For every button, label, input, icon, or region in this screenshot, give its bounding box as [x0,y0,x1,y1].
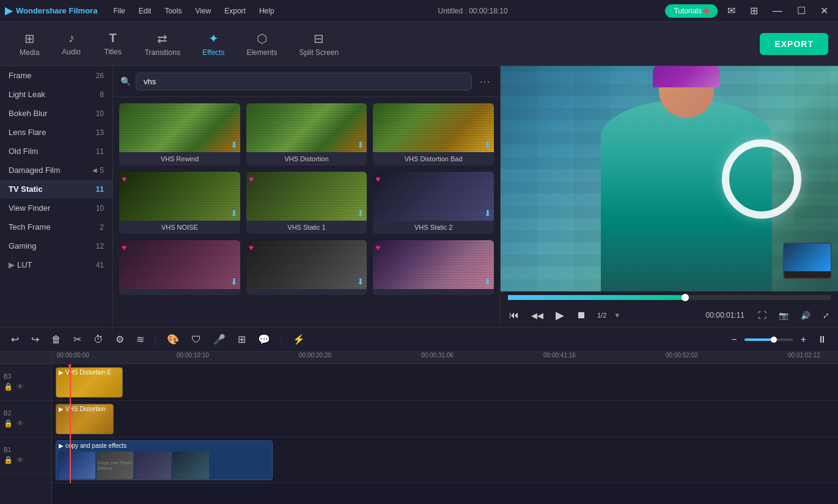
effect-card-row3-2[interactable]: ♥ ⬇ [246,240,367,295]
playhead [70,364,71,483]
zoom-bar[interactable] [744,338,793,341]
menu-tools[interactable]: Tools [158,4,188,18]
preview-background [501,66,838,291]
effect-card-vhs-distortion-bad[interactable]: ⬇ VHS Distortion Bad [373,103,494,166]
menu-view[interactable]: View [189,4,217,18]
preview-volume-button[interactable]: 🔊 [797,309,814,323]
panel-item-frame-label: Frame [9,71,32,80]
minimize-button[interactable]: — [768,3,787,19]
panel-item-frame[interactable]: Frame 26 [0,66,112,85]
heart-icon-vhs-static-1: ♥ [249,174,254,184]
toolbar-transitions[interactable]: ⇄ Transitions [135,26,190,62]
clip-label-vhs-distortion-b2: ▶ VHS Distortion [56,404,113,414]
grid-button[interactable]: ⊞ [745,2,763,19]
maximize-button[interactable]: ☐ [792,2,810,19]
effects-search-bar: 🔍 ⋯ [113,66,500,97]
preview-video [501,66,838,291]
close-button[interactable]: ✕ [815,2,833,19]
preview-stop-button[interactable]: ⏹ [573,307,590,323]
preview-snapshot-button[interactable]: 📷 [775,309,792,323]
preview-progress-bar[interactable] [508,295,831,300]
effect-card-row3-3[interactable]: ♥ ⬇ [373,240,494,295]
menu-help[interactable]: Help [253,4,281,18]
search-icon: 🔍 [120,76,131,86]
b2-eye-button[interactable]: 👁 [17,419,24,428]
preview-skip-back-button[interactable]: ⏮ [505,307,523,323]
speech-button[interactable]: 🎤 [210,331,229,348]
split-screen-label: Split Screen [299,48,339,57]
audio-wave-button[interactable]: ≋ [133,331,148,348]
effect-card-vhs-rewind[interactable]: ⬇ VHS Rewind [119,103,240,166]
menu-export[interactable]: Export [218,4,252,18]
panel-item-view-finder[interactable]: View Finder 10 [0,199,112,217]
audio-icon: ♪ [68,31,75,45]
motion-track-button[interactable]: ⊞ [234,331,249,348]
panel-item-gaming[interactable]: Gaming 12 [0,236,112,255]
notification-dot [704,9,709,13]
b3-eye-button[interactable]: 👁 [17,382,24,391]
panel-item-light-leak[interactable]: Light Leak 8 [0,85,112,104]
vhs-overlay-7 [119,240,240,289]
tutorials-label: Tutorials [674,7,702,15]
tutorials-button[interactable]: Tutorials [665,4,718,18]
effect-card-row3-1[interactable]: ♥ ⬇ [119,240,240,295]
clip-vhs-distortion-b2[interactable]: ▶ VHS Distortion [56,404,114,434]
clip-copy-paste-effects[interactable]: ▶ copy and paste effects Copy one PasteE… [56,440,273,480]
b1-lock-button[interactable]: 🔒 [4,456,13,464]
effect-thumb-row3-1: ♥ ⬇ [119,240,240,289]
cut-button[interactable]: ✂ [70,331,85,348]
panel-item-lens-flare-label: Lens Flare [9,128,46,137]
zoom-out-button[interactable]: − [727,332,740,348]
transitions-label: Transitions [145,48,180,57]
toolbar-titles[interactable]: T Titles [94,26,133,61]
zoom-in-button[interactable]: + [797,332,810,348]
toolbar-audio[interactable]: ♪ Audio [52,26,91,61]
menu-edit[interactable]: Edit [133,4,158,18]
panel-item-bokeh-blur[interactable]: Bokeh Blur 10 [0,104,112,123]
effect-card-vhs-static-1[interactable]: ♥ ⬇ VHS Static 1 [246,172,367,234]
speed-button[interactable]: ⚡ [289,331,309,348]
duration-button[interactable]: ⏱ [90,332,107,348]
pause-button[interactable]: ⏸ [814,332,831,348]
panel-item-damaged-film[interactable]: Damaged Film ◀ 5 [0,161,112,180]
effect-card-vhs-distortion[interactable]: ⬇ VHS Distortion [246,103,367,166]
b3-lock-button[interactable]: 🔒 [4,382,13,391]
export-button[interactable]: EXPORT [760,33,828,55]
toolbar-effects[interactable]: ✦ Effects [193,26,234,62]
panel-item-tech-frame[interactable]: Tech Frame 2 [0,217,112,236]
effect-card-vhs-noise[interactable]: ♥ ⬇ VHS NOISE [119,172,240,234]
effect-card-vhs-static-2[interactable]: ♥ ⬇ VHS Static 2 [373,172,494,234]
delete-button[interactable]: 🗑 [48,332,65,348]
toolbar-media[interactable]: ⊞ Media [10,26,50,62]
audio-settings-button[interactable]: ⚙ [112,331,128,348]
redo-button[interactable]: ↪ [28,331,43,348]
track-label-b1-top: B1 [4,447,48,453]
track-label-b3-top: B3 [4,373,48,380]
toolbar-elements[interactable]: ⬡ Elements [237,26,287,62]
mail-button[interactable]: ✉ [722,2,740,19]
more-options-icon[interactable]: ⋯ [477,72,493,90]
toolbar-split-screen[interactable]: ⊟ Split Screen [289,26,348,62]
panel-item-old-film[interactable]: Old Film 11 [0,142,112,161]
effect-label-vhs-static-1: VHS Static 1 [246,221,367,234]
menu-file[interactable]: File [107,4,131,18]
b2-lock-button[interactable]: 🔒 [4,419,13,428]
subtitle-button[interactable]: 💬 [254,331,274,348]
panel-item-tv-static[interactable]: TV Static 11 [0,180,112,199]
panel-item-lut[interactable]: ▶LUT 41 [0,255,112,274]
search-input[interactable] [136,73,472,90]
preview-play-button[interactable]: ▶ [552,306,568,324]
undo-button[interactable]: ↩ [7,331,23,348]
preview-time-current: 00:00:01:11 [706,311,744,320]
color-correct-button[interactable]: 🎨 [163,331,183,348]
preview-frame-back-button[interactable]: ◀◀ [527,309,547,323]
stabilize-button[interactable]: 🛡 [188,332,205,348]
panel-item-lens-flare[interactable]: Lens Flare 13 [0,123,112,142]
effect-thumb-vhs-noise: ♥ ⬇ [119,172,240,221]
preview-expand-button[interactable]: ⤢ [819,309,833,323]
download-icon-row3-3: ⬇ [484,277,491,287]
download-icon-vhs-rewind: ⬇ [230,140,238,150]
clip-vhs-distortion-e[interactable]: ▶ VHS Distortion E [56,367,123,398]
preview-fullscreen-button[interactable]: ⛶ [754,308,770,323]
b1-eye-button[interactable]: 👁 [17,456,24,464]
